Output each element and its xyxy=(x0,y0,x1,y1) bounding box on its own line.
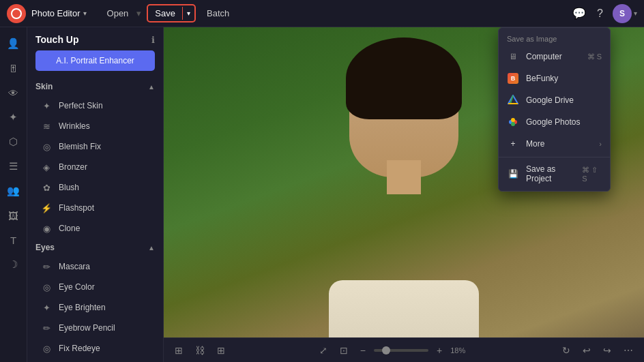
sidebar-item-eyebrow-pencil[interactable]: ✏ Eyebrow Pencil xyxy=(27,318,163,338)
clone-label: Clone xyxy=(59,224,80,233)
save-dropdown-arrow[interactable]: ▾ xyxy=(182,7,194,20)
sidebar-item-blemish-fix[interactable]: ◎ Blemish Fix xyxy=(27,136,163,157)
eyebrow-pencil-label: Eyebrow Pencil xyxy=(59,323,115,333)
sidebar: Touch Up ℹ A.I. Portrait Enhancer Skin ▲… xyxy=(27,27,164,362)
avatar-chevron[interactable]: ▾ xyxy=(634,10,637,17)
fit-btn[interactable]: ⤢ xyxy=(315,342,332,359)
save-button-group: Save ▾ xyxy=(147,4,196,22)
sidebar-item-flashspot[interactable]: ⚡ Flashspot xyxy=(27,198,163,218)
undo-btn[interactable]: ↩ xyxy=(579,342,595,359)
zoom-percentage: 18% xyxy=(450,346,472,355)
sidebar-item-bronzer[interactable]: ◈ Bronzer xyxy=(27,157,163,177)
mouth-section-header[interactable]: Mouth ▼ xyxy=(27,359,163,362)
icon-bar-overlays[interactable]: ☰ xyxy=(3,155,25,177)
clone-icon: ◉ xyxy=(41,223,52,234)
app-title-chevron[interactable]: ▾ xyxy=(83,10,87,17)
mascara-label: Mascara xyxy=(59,262,90,271)
save-gphotos-item[interactable]: Google Photos xyxy=(499,111,610,133)
blush-label: Blush xyxy=(59,183,79,192)
layers-btn[interactable]: ⊞ xyxy=(171,342,187,359)
gphotos-label: Google Photos xyxy=(526,117,580,127)
crop-btn[interactable]: ⊡ xyxy=(336,342,352,359)
perfect-skin-label: Perfect Skin xyxy=(59,101,103,110)
icon-bar-eye[interactable]: 👁 xyxy=(3,82,25,104)
eyes-section-title: Eyes xyxy=(35,243,55,252)
computer-icon: 🖥 xyxy=(507,50,519,63)
save-more-item[interactable]: + More › xyxy=(499,133,610,155)
blemish-fix-label: Blemish Fix xyxy=(59,142,101,151)
zoom-out-btn[interactable]: − xyxy=(356,342,370,359)
icon-bar-graphics[interactable]: ☽ xyxy=(3,254,25,275)
touch-up-header: Touch Up ℹ xyxy=(27,27,163,50)
zoom-in-btn[interactable]: + xyxy=(433,342,446,359)
save-project-item[interactable]: 💾 Save as Project ⌘ ⇧ S xyxy=(499,160,610,188)
sidebar-item-clone[interactable]: ◉ Clone xyxy=(27,218,163,239)
icon-bar: 👤 🎚 👁 ✦ ⬡ ☰ 👥 🖼 T ☽ xyxy=(0,27,27,362)
redo-btn[interactable]: ↪ xyxy=(599,342,615,359)
eye-color-label: Eye Color xyxy=(59,282,95,292)
icon-bar-images[interactable]: 🖼 xyxy=(3,205,25,226)
save-as-image-label: Save as Image xyxy=(499,31,610,46)
skin-section-chevron: ▲ xyxy=(148,83,155,91)
perfect-skin-icon: ✦ xyxy=(41,100,52,111)
sidebar-item-blush[interactable]: ✿ Blush xyxy=(27,177,163,198)
zoom-slider[interactable] xyxy=(374,349,428,352)
sidebar-item-eye-color[interactable]: ◎ Eye Color xyxy=(27,277,163,297)
help-icon-button[interactable]: ? xyxy=(591,5,609,22)
more-icon: + xyxy=(507,138,519,150)
eye-brighten-label: Eye Brighten xyxy=(59,303,106,312)
refresh-btn[interactable]: ↻ xyxy=(558,342,574,359)
ai-portrait-btn[interactable]: A.I. Portrait Enhancer xyxy=(35,50,155,71)
blush-icon: ✿ xyxy=(41,182,52,193)
icon-bar-adjust[interactable]: 🎚 xyxy=(3,57,25,79)
sidebar-item-fix-redeye[interactable]: ◎ Fix Redeye xyxy=(27,338,163,359)
sidebar-item-eye-brighten[interactable]: ✦ Eye Brighten xyxy=(27,297,163,318)
batch-button[interactable]: Batch xyxy=(200,5,236,21)
gdrive-icon xyxy=(507,94,519,106)
icon-bar-portrait[interactable]: 👤 xyxy=(3,33,25,55)
logo xyxy=(7,4,26,23)
flashspot-icon: ⚡ xyxy=(41,202,52,213)
mascara-icon: ✏ xyxy=(41,261,52,272)
save-befunky-item[interactable]: B BeFunky xyxy=(499,67,610,89)
comment-icon-button[interactable]: 💬 xyxy=(567,4,591,22)
save-computer-item[interactable]: 🖥 Computer ⌘ S xyxy=(499,46,610,67)
main-content: ⊞ ⛓ ⊞ ⤢ ⊡ − + 18% ↻ ↩ ↪ ⋯ Save as Image … xyxy=(164,27,644,362)
befunky-label: BeFunky xyxy=(526,74,558,83)
save-dropdown-menu: Save as Image 🖥 Computer ⌘ S B BeFunky G… xyxy=(498,27,611,192)
dropdown-divider xyxy=(499,157,610,157)
fix-redeye-label: Fix Redeye xyxy=(59,344,100,353)
info-icon[interactable]: ℹ xyxy=(151,35,155,45)
save-gdrive-item[interactable]: Google Drive xyxy=(499,89,610,111)
eyes-section-header[interactable]: Eyes ▲ xyxy=(27,239,163,256)
touch-up-title: Touch Up xyxy=(35,34,79,45)
sidebar-item-perfect-skin[interactable]: ✦ Perfect Skin xyxy=(27,95,163,116)
bottom-toolbar: ⊞ ⛓ ⊞ ⤢ ⊡ − + 18% ↻ ↩ ↪ ⋯ xyxy=(164,337,644,362)
gphotos-icon xyxy=(507,116,519,128)
more-arrow-icon: › xyxy=(599,140,602,148)
sidebar-item-wrinkles[interactable]: ≋ Wrinkles xyxy=(27,116,163,136)
icon-bar-text[interactable]: T xyxy=(3,229,25,251)
skin-section-header[interactable]: Skin ▲ xyxy=(27,78,163,95)
more-btn[interactable]: ⋯ xyxy=(619,342,637,359)
eye-brighten-icon: ✦ xyxy=(41,302,52,313)
gdrive-label: Google Drive xyxy=(526,95,574,105)
computer-shortcut: ⌘ S xyxy=(587,52,602,61)
link-btn[interactable]: ⛓ xyxy=(191,342,209,359)
flashspot-label: Flashspot xyxy=(59,203,94,213)
app-title: Photo Editor xyxy=(31,8,80,18)
save-project-shortcut: ⌘ ⇧ S xyxy=(582,166,602,183)
grid-btn[interactable]: ⊞ xyxy=(213,342,229,359)
icon-bar-effects[interactable]: ✦ xyxy=(3,106,25,128)
sidebar-item-mascara[interactable]: ✏ Mascara xyxy=(27,256,163,277)
open-button[interactable]: Open xyxy=(100,5,136,21)
skin-section-title: Skin xyxy=(35,82,53,91)
save-button[interactable]: Save xyxy=(148,5,182,21)
bronzer-label: Bronzer xyxy=(59,162,87,172)
main-layout: 👤 🎚 👁 ✦ ⬡ ☰ 👥 🖼 T ☽ Touch Up ℹ A.I. Port… xyxy=(0,27,644,362)
icon-bar-people[interactable]: 👥 xyxy=(3,180,25,202)
befunky-icon: B xyxy=(507,72,519,85)
avatar[interactable]: S xyxy=(613,4,632,23)
computer-label: Computer xyxy=(526,52,562,61)
icon-bar-frames[interactable]: ⬡ xyxy=(3,131,25,153)
